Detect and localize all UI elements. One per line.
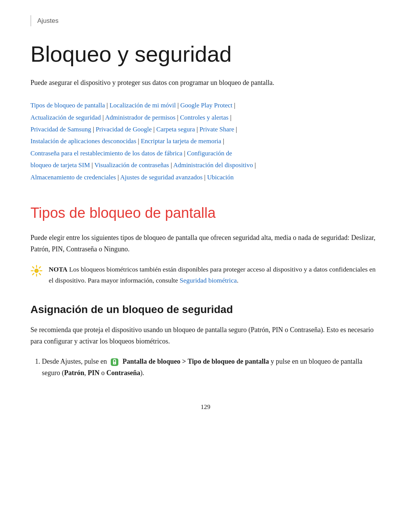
step1-end: ). — [140, 369, 144, 377]
step1-patron: Patrón — [64, 369, 84, 377]
svg-line-5 — [33, 267, 34, 268]
intro-paragraph: Puede asegurar el dispositivo y proteger… — [30, 77, 381, 89]
toc-link-private-share[interactable]: Private Share — [199, 126, 234, 133]
toc-link-controles[interactable]: Controles y alertas — [180, 114, 228, 121]
breadcrumb: Ajustes — [30, 15, 381, 26]
svg-line-7 — [39, 267, 41, 268]
toc-link-administrador[interactable]: Administrador de permisos — [105, 114, 175, 121]
toc-link-instalacion[interactable]: Instalación de aplicaciones desconocidas — [30, 137, 136, 145]
svg-point-0 — [35, 269, 38, 273]
lock-icon — [110, 357, 119, 367]
note-text: NOTA Los bloqueos biométricos también es… — [49, 264, 381, 286]
toc-link-ajustes-avanzados[interactable]: Ajustes de seguridad avanzados — [120, 174, 203, 181]
note-label: NOTA — [49, 265, 67, 273]
toc-link-contrasena[interactable]: Contraseña para el restablecimiento de l… — [30, 150, 182, 157]
step-1: Desde Ajustes, pulse en Pantalla de bloq… — [42, 356, 381, 379]
toc-link-ubicacion[interactable]: Ubicación — [207, 174, 234, 181]
toc-link-localizacion[interactable]: Localización de mi móvil — [110, 102, 176, 109]
note-box: NOTA Los bloqueos biométricos también es… — [30, 264, 381, 286]
asignacion-paragraph: Se recomienda que proteja el dispositivo… — [30, 324, 381, 347]
step1-bold: Pantalla de bloqueo > Tipo de bloqueo de… — [123, 358, 269, 365]
step1-contra: Contraseña — [106, 369, 140, 377]
toc-link-actualizacion[interactable]: Actualización de seguridad — [30, 114, 101, 121]
steps-list: Desde Ajustes, pulse en Pantalla de bloq… — [42, 356, 381, 379]
step1-pre: Desde Ajustes, pulse en — [42, 358, 107, 365]
toc-link-privacidad-google[interactable]: Privacidad de Google — [96, 126, 152, 133]
svg-line-6 — [39, 273, 41, 275]
note-link-seguridad-biometrica[interactable]: Seguridad biométrica — [180, 276, 237, 284]
toc-link-encriptar[interactable]: Encriptar la tarjeta de memoria — [141, 137, 221, 145]
toc-link-google-play[interactable]: Google Play Protect — [180, 102, 233, 109]
subsection-title-asignacion: Asignación de un bloqueo de seguridad — [30, 301, 381, 318]
step1-pin: PIN — [88, 369, 99, 377]
svg-line-8 — [33, 273, 34, 275]
section-title-tipos: Tipos de bloqueo de pantalla — [30, 201, 381, 225]
note-end: . — [237, 276, 238, 284]
note-icon — [30, 265, 43, 277]
toc-link-almacenamiento[interactable]: Almacenamiento de credenciales — [30, 174, 116, 181]
toc-link-privacidad-samsung[interactable]: Privacidad de Samsung — [30, 126, 91, 133]
svg-point-11 — [114, 363, 115, 364]
step1-o: o — [99, 369, 106, 377]
toc-links: Tipos de bloqueo de pantalla | Localizac… — [30, 99, 381, 183]
page-number: 129 — [30, 402, 381, 412]
toc-link-admin-dispositivo[interactable]: Administración del dispositivo — [173, 161, 253, 169]
toc-link-tipos[interactable]: Tipos de bloqueo de pantalla — [30, 102, 105, 109]
toc-link-visualizacion[interactable]: Visualización de contraseñas — [94, 161, 169, 169]
section-tipos-paragraph: Puede elegir entre los siguientes tipos … — [30, 232, 381, 255]
toc-link-carpeta[interactable]: Carpeta segura — [156, 126, 195, 133]
page-title: Bloqueo y seguridad — [30, 42, 381, 67]
breadcrumb-label: Ajustes — [37, 17, 59, 24]
